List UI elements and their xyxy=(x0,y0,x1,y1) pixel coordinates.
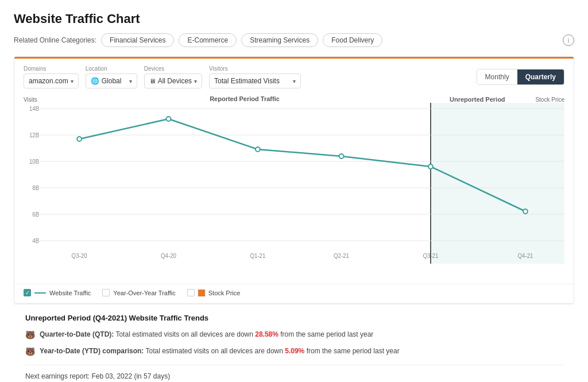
location-chevron-icon: ▾ xyxy=(129,78,132,84)
datapoint-q420 xyxy=(167,117,171,121)
domains-value: amazon.com xyxy=(29,77,68,85)
visitors-select[interactable]: Total Estimated Visits ▾ xyxy=(209,74,301,88)
monitor-icon: 🖥 xyxy=(149,78,156,84)
ytd-highlight: 5.09% xyxy=(285,347,304,355)
y-label-12b: 12B xyxy=(29,132,40,138)
page-container: Website Traffic Chart Related Online Cat… xyxy=(0,0,588,382)
legend-website-traffic-label: Website Traffic xyxy=(49,290,91,296)
location-label: Location xyxy=(86,65,137,72)
datapoint-q320 xyxy=(77,137,82,141)
stock-price-axis-label: Stock Price xyxy=(535,97,564,103)
earnings-note: Next earnings report: Feb 03, 2022 (in 5… xyxy=(25,365,563,380)
page-title: Website Traffic Chart xyxy=(14,11,574,26)
qtd-summary: 🐻 Quarter-to-Date (QTD): Total estimated… xyxy=(25,329,563,341)
chart-section: Domains amazon.com ▾ Location 🌐 Global ▾… xyxy=(14,56,574,304)
website-traffic-color xyxy=(34,292,46,294)
ytd-text-after: from the same period last year xyxy=(304,347,399,355)
domains-control: Domains amazon.com ▾ xyxy=(24,65,79,88)
stock-price-color xyxy=(198,290,205,296)
legend-yoy-traffic[interactable]: Year-Over-Year Traffic xyxy=(102,289,175,296)
datapoint-q121 xyxy=(256,147,260,152)
domains-chevron-icon: ▾ xyxy=(71,78,74,84)
unreported-region xyxy=(431,103,564,264)
qtd-text: Quarter-to-Date (QTD): Total estimated v… xyxy=(40,329,373,339)
categories-row: Related Online Categories: Financial Ser… xyxy=(14,33,574,47)
devices-select[interactable]: 🖥 All Devices ▾ xyxy=(144,74,202,88)
ytd-text-before: Total estimated visits on all devices ar… xyxy=(144,347,285,355)
y-label-10b: 10B xyxy=(29,159,40,165)
qtd-text-before: Total estimated visits on all devices ar… xyxy=(114,330,255,338)
chart-area: 14B 12B 10B 8B 6B 4B Q3-20 Q4-20 Q1-21 Q… xyxy=(14,103,574,281)
location-control: Location 🌐 Global ▾ xyxy=(86,65,137,88)
category-streaming-services[interactable]: Streaming Services xyxy=(241,33,318,47)
y-label-6b: 6B xyxy=(32,211,39,218)
y-label-14b: 14B xyxy=(29,106,40,112)
visitors-control: Visitors Total Estimated Visits ▾ xyxy=(209,65,301,88)
qtd-highlight: 28.58% xyxy=(255,330,278,338)
datapoint-q421 xyxy=(523,209,528,214)
qtd-bold: Quarter-to-Date (QTD): xyxy=(40,330,114,338)
devices-control: Devices 🖥 All Devices ▾ xyxy=(144,65,202,88)
monthly-button[interactable]: Monthly xyxy=(477,70,517,84)
x-label-q421: Q4-21 xyxy=(518,253,533,259)
yoy-traffic-checkbox[interactable] xyxy=(102,289,110,296)
summary-title: Unreported Period (Q4-2021) Website Traf… xyxy=(25,314,563,322)
x-label-q320: Q3-20 xyxy=(72,253,87,259)
website-traffic-checkbox[interactable] xyxy=(24,289,31,296)
visits-axis-label: Visits xyxy=(24,97,40,103)
info-icon[interactable]: i xyxy=(563,34,574,46)
x-label-q420: Q4-20 xyxy=(161,253,176,259)
visitors-label: Visitors xyxy=(209,65,301,72)
ytd-bear-icon: 🐻 xyxy=(25,346,35,358)
qtd-text-after: from the same period last year xyxy=(278,330,373,338)
traffic-chart-svg: 14B 12B 10B 8B 6B 4B Q3-20 Q4-20 Q1-21 Q… xyxy=(24,103,564,275)
devices-chevron-icon: ▾ xyxy=(194,78,197,84)
domains-select[interactable]: amazon.com ▾ xyxy=(24,74,79,88)
legend-stock-price[interactable]: Stock Price xyxy=(187,289,241,296)
reported-period-label: Reported Period Traffic xyxy=(210,95,280,102)
category-food-delivery[interactable]: Food Delivery xyxy=(323,33,382,47)
ytd-summary: 🐻 Year-to-Date (YTD) comparison: Total e… xyxy=(25,346,563,358)
devices-label: Devices xyxy=(144,65,202,72)
location-value: Global xyxy=(102,77,122,85)
legend-website-traffic[interactable]: Website Traffic xyxy=(24,289,91,296)
ytd-bold: Year-to-Date (YTD) comparison: xyxy=(40,347,144,355)
globe-icon: 🌐 xyxy=(91,77,99,85)
unreported-period-label: Unreported Period xyxy=(450,96,505,103)
controls-row: Domains amazon.com ▾ Location 🌐 Global ▾… xyxy=(14,59,574,94)
summary-section: Unreported Period (Q4-2021) Website Traf… xyxy=(14,304,574,382)
legend-row: Website Traffic Year-Over-Year Traffic S… xyxy=(14,284,574,303)
domains-label: Domains xyxy=(24,65,79,72)
x-label-q121: Q1-21 xyxy=(250,253,265,259)
categories-label: Related Online Categories: xyxy=(14,36,96,44)
visitors-chevron-icon: ▾ xyxy=(293,78,296,84)
legend-yoy-traffic-label: Year-Over-Year Traffic xyxy=(113,290,175,296)
visitors-value: Total Estimated Visits xyxy=(214,77,280,85)
category-financial-services[interactable]: Financial Services xyxy=(101,33,174,47)
x-label-q321: Q3-21 xyxy=(423,253,438,259)
y-label-8b: 8B xyxy=(32,185,39,191)
x-label-q221: Q2-21 xyxy=(334,253,349,259)
quarterly-button[interactable]: Quarterly xyxy=(517,70,564,84)
legend-stock-price-label: Stock Price xyxy=(208,290,241,296)
devices-value: All Devices xyxy=(158,77,192,85)
y-label-4b: 4B xyxy=(32,238,39,244)
datapoint-q221 xyxy=(339,154,344,159)
ytd-text: Year-to-Date (YTD) comparison: Total est… xyxy=(40,346,400,356)
stock-price-checkbox[interactable] xyxy=(187,289,195,296)
qtd-bear-icon: 🐻 xyxy=(25,329,35,341)
location-select[interactable]: 🌐 Global ▾ xyxy=(86,74,137,88)
category-ecommerce[interactable]: E-Commerce xyxy=(179,33,237,47)
datapoint-q321 xyxy=(428,164,433,169)
period-toggle: Monthly Quarterly xyxy=(477,69,564,85)
